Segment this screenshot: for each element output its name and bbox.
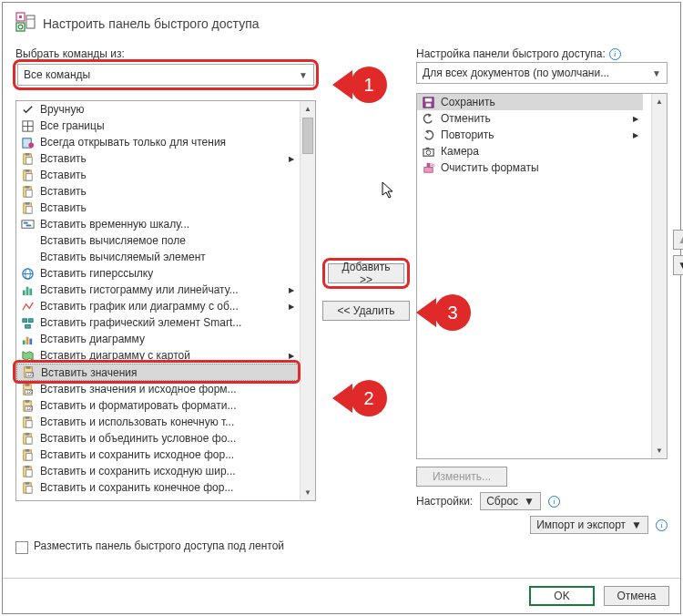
- paste1-icon: [20, 151, 35, 166]
- values3-icon: 123: [20, 398, 35, 413]
- list-item[interactable]: Камера: [417, 143, 643, 159]
- svg-rect-30: [25, 286, 28, 294]
- list-item[interactable]: 123Вставить и форматировать формати...: [16, 397, 299, 414]
- list-item[interactable]: Вставить▶: [16, 150, 299, 167]
- list-item[interactable]: Вставить вычисляемое поле: [16, 232, 299, 249]
- list-item[interactable]: 123Вставить значения и исходное форм...: [16, 381, 299, 397]
- svg-text:%: %: [430, 161, 434, 167]
- values-icon: 123: [21, 365, 36, 380]
- commands-source-dropdown[interactable]: Все команды ▼: [17, 64, 314, 86]
- list-item[interactable]: Вставить временную шкалу...: [16, 216, 299, 232]
- chevron-down-icon: ▼: [299, 70, 308, 80]
- chart-icon: [20, 332, 35, 346]
- svg-text:123: 123: [26, 373, 34, 377]
- callout-1: 1: [332, 67, 387, 103]
- list-item[interactable]: 123Вставить значения: [16, 364, 299, 381]
- below-ribbon-checkbox[interactable]: [15, 541, 28, 554]
- list-item[interactable]: Вставить: [16, 167, 299, 183]
- list-item[interactable]: Вставить и сохранить исходную шир...: [16, 463, 299, 479]
- reset-dropdown[interactable]: Сброс ▼: [480, 492, 541, 510]
- svg-rect-35: [22, 340, 25, 344]
- link-icon: [20, 266, 35, 281]
- ok-button[interactable]: OK: [529, 586, 595, 606]
- svg-rect-61: [25, 469, 32, 477]
- blank-icon: [20, 250, 35, 264]
- selected-commands-listbox[interactable]: ▲ ▼ СохранитьОтменить▶Повторить▶Камера%О…: [416, 93, 668, 459]
- paste9-icon: [20, 480, 35, 495]
- list-item[interactable]: Вставить и сохранить исходное фор...: [16, 447, 299, 463]
- values2-icon: 123: [20, 382, 35, 396]
- list-item[interactable]: Отменить▶: [417, 110, 643, 127]
- list-item[interactable]: Вставить вычисляемый элемент: [16, 249, 299, 265]
- list-item[interactable]: Вставить гистограмму или линейчату...▶: [16, 282, 299, 298]
- move-down-button[interactable]: ▼: [673, 255, 683, 275]
- save-icon: [421, 95, 435, 109]
- import-export-dropdown[interactable]: Импорт и экспорт ▼: [530, 516, 648, 534]
- line-icon: [20, 299, 35, 313]
- list-item[interactable]: Вручную: [16, 101, 299, 118]
- move-up-button[interactable]: ▲: [673, 230, 683, 250]
- list-item[interactable]: Вставить: [16, 183, 299, 200]
- modify-button[interactable]: Изменить...: [416, 467, 507, 487]
- list-item[interactable]: Вставить гиперссылку: [16, 265, 299, 282]
- dialog-header: Настроить панель быстрого доступа: [3, 3, 680, 38]
- scrollbar-left[interactable]: ▲ ▼: [300, 101, 315, 500]
- list-item[interactable]: Вставить диаграмму: [16, 331, 299, 347]
- list-item-label: Вставить диаграмму: [40, 333, 282, 345]
- info-icon: i: [548, 496, 560, 508]
- svg-rect-24: [23, 221, 27, 223]
- right-bottom-controls: Изменить... Настройки: Сброс ▼ i Импорт …: [416, 467, 668, 534]
- list-item-label: Вставить гистограмму или линейчату...: [40, 283, 282, 296]
- svg-rect-21: [25, 201, 29, 204]
- list-item-label: Вставить и сохранить исходную шир...: [40, 465, 282, 477]
- qat-target-dropdown[interactable]: Для всех документов (по умолчани... ▼: [416, 62, 668, 84]
- scrollbar-right[interactable]: ▲ ▼: [651, 94, 667, 458]
- svg-rect-4: [16, 23, 25, 31]
- svg-rect-19: [25, 190, 32, 197]
- reorder-buttons: ▲ ▼: [673, 230, 683, 275]
- svg-rect-54: [25, 432, 29, 435]
- list-item[interactable]: Вставить: [16, 200, 299, 216]
- scroll-thumb[interactable]: [302, 118, 313, 154]
- svg-rect-33: [28, 318, 33, 322]
- commands-source-value: Все команды: [24, 68, 90, 81]
- list-item[interactable]: Все границы: [16, 118, 299, 134]
- available-commands-listbox[interactable]: ▲ ▼ ВручнуюВсе границыВсегда открывать т…: [15, 100, 316, 501]
- list-item[interactable]: Вставить и использовать конечную т...: [16, 414, 299, 430]
- camera-icon: [421, 144, 435, 159]
- submenu-indicator-icon: ▶: [288, 352, 295, 360]
- scroll-up-icon[interactable]: ▲: [652, 94, 667, 109]
- paste2-icon: [20, 168, 35, 182]
- borders-icon: [20, 118, 35, 133]
- list-item-label: Вставить временную шкалу...: [40, 218, 282, 231]
- list-item[interactable]: Сохранить: [417, 94, 643, 110]
- list-item-label: Вставить и сохранить исходное фор...: [40, 448, 282, 461]
- paste4-icon: [20, 200, 35, 215]
- redo-icon: [421, 128, 435, 142]
- dialog-footer: OK Отмена: [3, 578, 680, 613]
- undo-icon: [421, 111, 435, 126]
- list-item-label: Очистить форматы: [441, 161, 627, 174]
- submenu-indicator-icon: ▶: [288, 155, 295, 163]
- list-item-label: Вставить и объединить условное фо...: [40, 432, 282, 445]
- list-item[interactable]: Вставить график или диаграмму с об...▶: [16, 298, 299, 314]
- svg-rect-25: [25, 224, 31, 226]
- list-item[interactable]: %Очистить форматы: [417, 159, 643, 176]
- list-item[interactable]: Вставить и объединить условное фо...: [16, 430, 299, 447]
- scroll-down-icon[interactable]: ▼: [301, 485, 315, 500]
- list-item-label: Всегда открывать только для чтения: [40, 136, 282, 149]
- scroll-down-icon[interactable]: ▼: [652, 443, 667, 458]
- blank-icon: [20, 233, 35, 248]
- list-item[interactable]: Вставить графический элемент Smart...: [16, 314, 299, 331]
- list-item[interactable]: Повторить▶: [417, 127, 643, 143]
- dialog: Настроить панель быстрого доступа Выбрат…: [2, 2, 681, 614]
- remove-button[interactable]: << Удалить: [322, 301, 410, 321]
- add-button[interactable]: Добавить >>: [328, 263, 404, 283]
- list-item[interactable]: Всегда открывать только для чтения: [16, 134, 299, 150]
- list-item[interactable]: Вставить и сохранить конечное фор...: [16, 479, 299, 496]
- scroll-up-icon[interactable]: ▲: [301, 101, 315, 117]
- cancel-button[interactable]: Отмена: [604, 586, 669, 606]
- svg-rect-60: [25, 465, 29, 467]
- middle-column: Добавить >> << Удалить: [325, 47, 407, 534]
- list-item[interactable]: Вставить диаграмму с картой▶: [16, 347, 299, 364]
